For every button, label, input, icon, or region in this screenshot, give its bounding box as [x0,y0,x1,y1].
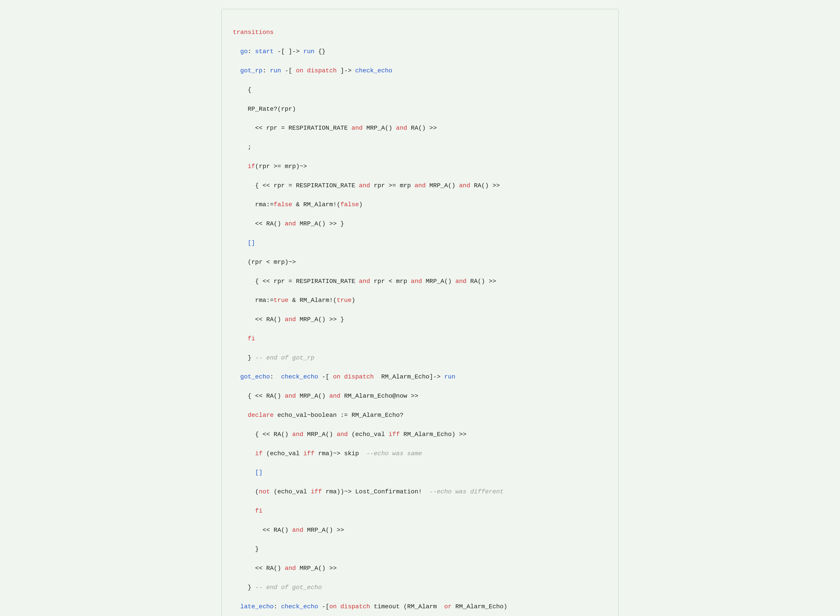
line-15: rma:=true & RM_Alarm!(true) [233,296,607,305]
code-block: transitions go: start -[ ]-> run {} got_… [233,18,607,616]
code-container: transitions go: start -[ ]-> run {} got_… [221,9,619,616]
line-27: << RA() and MRP_A() >> [233,525,607,535]
line-7: ; [233,142,607,152]
line-10: rma:=false & RM_Alarm!(false) [233,200,607,209]
line-29: << RA() and MRP_A() >> [233,563,607,573]
line-28: } [233,544,607,554]
line-20: { << RA() and MRP_A() and RM_Alarm_Echo@… [233,391,607,401]
line-23: if (echo_val iff rma)~> skip --echo was … [233,449,607,458]
line-22: { << RA() and MRP_A() and (echo_val iff … [233,430,607,439]
line-3: got_rp: run -[ on dispatch ]-> check_ech… [233,66,607,75]
line-24: [] [233,468,607,477]
line-21: declare echo_val~boolean := RM_Alarm_Ech… [233,411,607,420]
line-25: (not (echo_val iff rma))~> Lost_Confirma… [233,487,607,496]
line-14: { << rpr = RESPIRATION_RATE and rpr < mr… [233,277,607,286]
line-18: } -- end of got_rp [233,353,607,362]
line-11: << RA() and MRP_A() >> } [233,219,607,229]
line-2: go: start -[ ]-> run {} [233,47,607,56]
line-12: [] [233,238,607,248]
line-17: fi [233,334,607,343]
line-4: { [233,85,607,95]
line-16: << RA() and MRP_A() >> } [233,315,607,324]
line-6: << rpr = RESPIRATION_RATE and MRP_A() an… [233,123,607,133]
line-13: (rpr < mrp)~> [233,257,607,267]
line-19: got_echo: check_echo -[ on dispatch RM_A… [233,372,607,381]
line-26: fi [233,506,607,516]
line-30: } -- end of got_echo [233,583,607,592]
line-31: late_echo: check_echo -[on dispatch time… [233,602,607,612]
line-1: transitions [233,28,607,37]
line-8: if(rpr >= mrp)~> [233,162,607,171]
line-5: RP_Rate?(rpr) [233,104,607,114]
line-9: { << rpr = RESPIRATION_RATE and rpr >= m… [233,181,607,190]
